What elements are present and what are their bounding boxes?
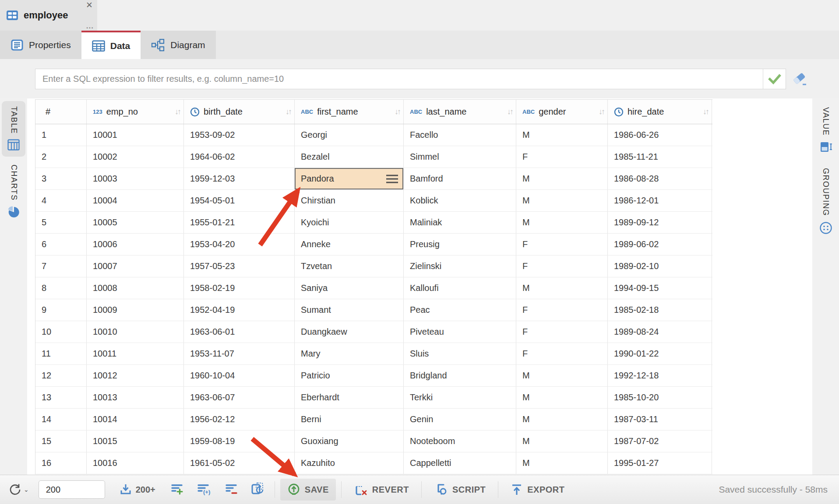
column-header-gender[interactable]: ABCgender↓↑	[516, 100, 608, 124]
data-cell[interactable]: 1957-05-23	[184, 256, 295, 277]
row-number-cell[interactable]: 14	[35, 409, 87, 430]
data-cell[interactable]: 1987-07-02	[608, 430, 712, 452]
data-cell[interactable]: M	[516, 365, 608, 386]
tab-data[interactable]: Data	[81, 31, 141, 59]
refresh-button[interactable]	[8, 483, 22, 497]
data-cell[interactable]: Guoxiang	[295, 430, 404, 452]
data-cell[interactable]: 10013	[87, 387, 184, 408]
sort-icon[interactable]: ↓↑	[699, 107, 708, 116]
data-cell[interactable]: Sumant	[295, 299, 404, 321]
row-number-cell[interactable]: 5	[35, 212, 87, 233]
row-number-cell[interactable]: 6	[35, 234, 87, 255]
script-button[interactable]: SCRIPT	[427, 479, 493, 500]
row-number-cell[interactable]: 1	[35, 124, 87, 146]
data-cell[interactable]: Sluis	[404, 343, 516, 364]
data-cell[interactable]: 1958-02-19	[184, 277, 295, 299]
data-cell[interactable]: F	[516, 299, 608, 321]
data-cell[interactable]: 1952-04-19	[184, 299, 295, 321]
revert-button[interactable]: REVERT	[347, 479, 416, 500]
data-cell[interactable]: Georgi	[295, 124, 404, 146]
data-cell[interactable]: 1987-03-11	[608, 409, 712, 430]
data-cell[interactable]: Eberhardt	[295, 387, 404, 408]
data-cell[interactable]: Bamford	[404, 168, 516, 189]
sort-icon[interactable]: ↓↑	[391, 107, 400, 116]
row-number-cell[interactable]: 16	[35, 452, 87, 474]
data-cell[interactable]: F	[516, 146, 608, 168]
row-number-cell[interactable]: 4	[35, 190, 87, 211]
data-cell[interactable]: 1964-06-02	[184, 146, 295, 168]
tab-properties[interactable]: Properties	[0, 31, 81, 59]
data-cell[interactable]: F	[516, 321, 608, 343]
data-cell[interactable]: M	[516, 387, 608, 408]
data-cell[interactable]: M	[516, 168, 608, 189]
data-cell[interactable]: 1959-08-19	[184, 430, 295, 452]
column-header-birth_date[interactable]: birth_date↓↑	[184, 100, 295, 124]
data-cell[interactable]: M	[516, 212, 608, 233]
column-header-emp_no[interactable]: 123emp_no↓↑	[87, 100, 184, 124]
sort-icon[interactable]: ↓↑	[282, 107, 291, 116]
tab-more-icon[interactable]: ...	[86, 24, 94, 28]
row-number-cell[interactable]: 15	[35, 430, 87, 452]
selected-cell[interactable]: Pandora	[295, 168, 404, 189]
data-cell[interactable]: 1985-11-21	[608, 146, 712, 168]
duplicate-row-button[interactable]: (+)	[197, 482, 212, 497]
data-cell[interactable]: Kalloufi	[404, 277, 516, 299]
data-cell[interactable]: Berni	[295, 409, 404, 430]
data-cell[interactable]: 1985-10-20	[608, 387, 712, 408]
export-button[interactable]: EXPORT	[504, 479, 571, 500]
delete-row-button[interactable]	[225, 482, 238, 497]
data-cell[interactable]: 10008	[87, 277, 184, 299]
data-cell[interactable]: 1992-12-18	[608, 365, 712, 386]
data-cell[interactable]: Piveteau	[404, 321, 516, 343]
data-cell[interactable]: 10011	[87, 343, 184, 364]
column-header-hire_date[interactable]: hire_date↓↑	[608, 100, 712, 124]
add-row-button[interactable]	[170, 482, 183, 497]
data-cell[interactable]: 10007	[87, 256, 184, 277]
data-cell[interactable]: 1986-12-01	[608, 190, 712, 211]
data-cell[interactable]: 1989-09-12	[608, 212, 712, 233]
data-cell[interactable]: F	[516, 234, 608, 255]
data-cell[interactable]: M	[516, 124, 608, 146]
data-cell[interactable]: 10015	[87, 430, 184, 452]
data-cell[interactable]: M	[516, 190, 608, 211]
data-cell[interactable]: 1990-01-22	[608, 343, 712, 364]
data-cell[interactable]: M	[516, 452, 608, 474]
row-number-cell[interactable]: 8	[35, 277, 87, 299]
sort-icon[interactable]: ↓↑	[504, 107, 512, 116]
data-cell[interactable]: 10004	[87, 190, 184, 211]
data-cell[interactable]: Anneke	[295, 234, 404, 255]
data-cell[interactable]: 1963-06-01	[184, 321, 295, 343]
data-cell[interactable]: Bezalel	[295, 146, 404, 168]
data-cell[interactable]: 10010	[87, 321, 184, 343]
data-cell[interactable]: Peac	[404, 299, 516, 321]
data-cell[interactable]: Bridgland	[404, 365, 516, 386]
row-number-cell[interactable]: 13	[35, 387, 87, 408]
data-cell[interactable]: M	[516, 430, 608, 452]
data-cell[interactable]: 10001	[87, 124, 184, 146]
panel-tab-value[interactable]: VALUE	[814, 102, 837, 159]
data-cell[interactable]: M	[516, 409, 608, 430]
data-cell[interactable]: 1953-09-02	[184, 124, 295, 146]
data-cell[interactable]: Kyoichi	[295, 212, 404, 233]
data-cell[interactable]: 1989-02-10	[608, 256, 712, 277]
row-number-cell[interactable]: 12	[35, 365, 87, 386]
fetch-more-button[interactable]: 200+	[119, 483, 155, 496]
data-cell[interactable]: 10012	[87, 365, 184, 386]
data-cell[interactable]: 1985-02-18	[608, 299, 712, 321]
data-cell[interactable]: 1953-04-20	[184, 234, 295, 255]
data-cell[interactable]: 1989-06-02	[608, 234, 712, 255]
column-header-last_name[interactable]: ABClast_name↓↑	[404, 100, 516, 124]
data-cell[interactable]: 1986-08-28	[608, 168, 712, 189]
data-cell[interactable]: Duangkaew	[295, 321, 404, 343]
row-number-cell[interactable]: 2	[35, 146, 87, 168]
data-cell[interactable]: Genin	[404, 409, 516, 430]
data-cell[interactable]: 1961-05-02	[184, 452, 295, 474]
data-cell[interactable]: 1956-02-12	[184, 409, 295, 430]
row-number-cell[interactable]: 9	[35, 299, 87, 321]
data-cell[interactable]: 1994-09-15	[608, 277, 712, 299]
data-cell[interactable]: Patricio	[295, 365, 404, 386]
data-cell[interactable]: Terkki	[404, 387, 516, 408]
data-cell[interactable]: Tzvetan	[295, 256, 404, 277]
row-number-cell[interactable]: 3	[35, 168, 87, 189]
data-cell[interactable]: 1960-10-04	[184, 365, 295, 386]
